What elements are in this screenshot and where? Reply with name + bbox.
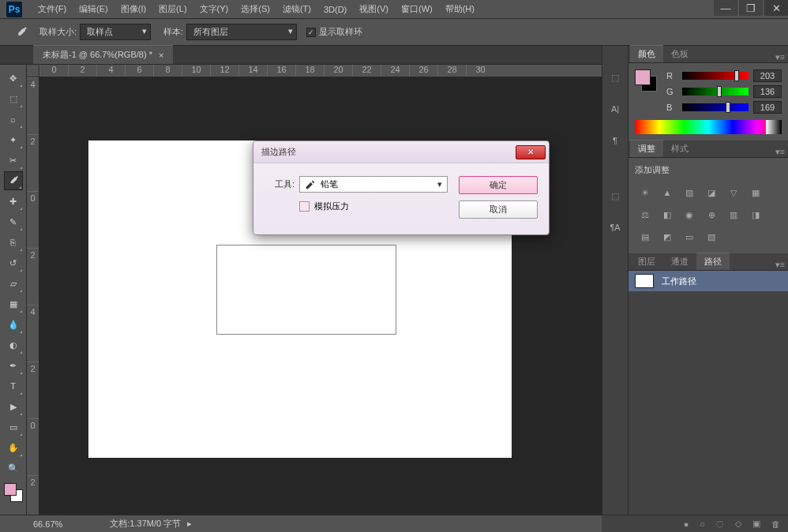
b-value[interactable]: 169 bbox=[753, 101, 782, 114]
simulate-pressure-checkbox[interactable] bbox=[299, 201, 310, 212]
lasso-tool[interactable]: ⌕ bbox=[4, 110, 23, 129]
marquee-tool[interactable]: ⬚ bbox=[4, 89, 23, 108]
window-restore-button[interactable]: ❐ bbox=[739, 0, 763, 16]
posterize-icon[interactable]: ▤ bbox=[638, 230, 652, 244]
menu-image[interactable]: 图像(I) bbox=[114, 3, 152, 15]
move-tool[interactable]: ✥ bbox=[4, 69, 23, 88]
b-slider[interactable] bbox=[682, 103, 749, 111]
make-work-path-icon[interactable]: ◇ bbox=[735, 519, 741, 529]
dialog-cancel-button[interactable]: 取消 bbox=[459, 200, 538, 219]
lookup-icon[interactable]: ▥ bbox=[726, 208, 741, 222]
photo-filter-icon[interactable]: ◉ bbox=[682, 208, 696, 222]
pen-tool[interactable]: ✒ bbox=[4, 356, 23, 375]
tab-color[interactable]: 颜色 bbox=[630, 45, 663, 62]
ruler-horizontal[interactable]: 024681012141618202224262830 bbox=[39, 65, 602, 77]
menu-type[interactable]: 文字(Y) bbox=[193, 3, 235, 15]
ruler-vertical[interactable]: 42024202 bbox=[27, 77, 39, 515]
dialog-titlebar[interactable]: 描边路径 ✕ bbox=[253, 141, 549, 163]
crop-tool[interactable]: ✂ bbox=[4, 151, 23, 170]
dialog-tool-select[interactable]: 铅笔 bbox=[299, 176, 448, 193]
window-minimize-button[interactable]: — bbox=[714, 0, 737, 16]
menu-filter[interactable]: 滤镜(T) bbox=[276, 3, 317, 15]
history-panel-icon[interactable]: ⬚ bbox=[607, 69, 623, 85]
document-tab-close[interactable]: × bbox=[159, 51, 163, 60]
gradient-map-icon[interactable]: ▭ bbox=[682, 230, 696, 244]
curves-icon[interactable]: ▨ bbox=[682, 185, 696, 200]
adjust-panel-menu-icon[interactable]: ▾≡ bbox=[775, 147, 785, 157]
tab-adjustments[interactable]: 调整 bbox=[630, 140, 663, 157]
selective-color-icon[interactable]: ▧ bbox=[704, 230, 719, 244]
color-panel-menu-icon[interactable]: ▾≡ bbox=[775, 52, 785, 62]
path-item[interactable]: 工作路径 bbox=[629, 271, 788, 291]
path-select-tool[interactable]: ▶ bbox=[4, 397, 23, 416]
menu-window[interactable]: 窗口(W) bbox=[395, 3, 439, 15]
status-info-menu-icon[interactable]: ▸ bbox=[187, 519, 192, 529]
show-ring-checkbox[interactable]: ✓ bbox=[306, 28, 316, 37]
bw-icon[interactable]: ◧ bbox=[660, 208, 674, 222]
dodge-tool[interactable]: ◐ bbox=[4, 335, 23, 354]
wand-tool[interactable]: ✦ bbox=[4, 130, 23, 149]
character-panel-icon[interactable]: A| bbox=[607, 101, 623, 117]
brightness-icon[interactable]: ☀ bbox=[638, 185, 652, 200]
menu-file[interactable]: 文件(F) bbox=[32, 3, 73, 15]
tab-swatches[interactable]: 色板 bbox=[663, 46, 696, 62]
tab-paths[interactable]: 路径 bbox=[696, 253, 730, 270]
menu-3d[interactable]: 3D(D) bbox=[317, 5, 353, 14]
g-value[interactable]: 136 bbox=[753, 85, 782, 98]
path-rectangle[interactable] bbox=[216, 245, 396, 335]
channel-mixer-icon[interactable]: ⊕ bbox=[704, 208, 719, 222]
eyedropper-tool[interactable] bbox=[4, 171, 23, 190]
levels-icon[interactable]: ▲ bbox=[660, 185, 674, 200]
exposure-icon[interactable]: ◪ bbox=[704, 185, 719, 200]
color-swatch[interactable] bbox=[635, 69, 657, 92]
tab-layers[interactable]: 图层 bbox=[630, 253, 663, 270]
sample-select[interactable]: 所有图层 bbox=[186, 24, 297, 40]
hand-tool[interactable]: ✋ bbox=[4, 438, 23, 457]
window-close-button[interactable]: ✕ bbox=[764, 0, 788, 16]
color-panel: R203 G136 B169 bbox=[629, 63, 788, 140]
eraser-tool[interactable]: ▱ bbox=[4, 274, 23, 293]
menu-help[interactable]: 帮助(H) bbox=[439, 3, 481, 15]
document-tab[interactable]: 未标题-1 @ 66.7%(RGB/8) * × bbox=[33, 45, 173, 64]
r-slider[interactable] bbox=[682, 72, 749, 80]
new-path-icon[interactable]: ▣ bbox=[752, 519, 760, 529]
hue-icon[interactable]: ▦ bbox=[749, 185, 763, 200]
paragraph-panel-icon[interactable]: ¶ bbox=[607, 133, 623, 148]
stroke-path-dialog: 描边路径 ✕ 工具: 铅笔 模拟压力 确定 取消 bbox=[253, 140, 550, 235]
sample-size-select[interactable]: 取样点 bbox=[80, 24, 151, 40]
tab-channels[interactable]: 通道 bbox=[663, 253, 696, 270]
threshold-icon[interactable]: ◩ bbox=[660, 230, 674, 244]
blur-tool[interactable]: 💧 bbox=[4, 315, 23, 334]
vibrance-icon[interactable]: ▽ bbox=[726, 185, 741, 200]
menu-edit[interactable]: 编辑(E) bbox=[73, 3, 114, 15]
delete-path-icon[interactable]: 🗑 bbox=[771, 519, 780, 529]
fill-path-icon[interactable]: ● bbox=[684, 519, 689, 529]
history-brush-tool[interactable]: ↺ bbox=[4, 253, 23, 272]
path-to-selection-icon[interactable]: ◌ bbox=[716, 519, 724, 529]
r-value[interactable]: 203 bbox=[753, 69, 782, 82]
stroke-path-icon[interactable]: ○ bbox=[700, 519, 705, 529]
invert-icon[interactable]: ◨ bbox=[749, 208, 763, 222]
stamp-tool[interactable]: ⎘ bbox=[4, 233, 23, 252]
character-styles-icon[interactable]: ⬚ bbox=[607, 188, 623, 204]
dialog-close-button[interactable]: ✕ bbox=[516, 145, 546, 159]
menu-layer[interactable]: 图层(L) bbox=[152, 3, 193, 15]
spectrum-picker[interactable] bbox=[635, 120, 782, 134]
type-tool[interactable]: T bbox=[4, 377, 23, 395]
status-zoom[interactable]: 66.67% bbox=[33, 519, 62, 529]
paths-panel-menu-icon[interactable]: ▾≡ bbox=[775, 260, 785, 270]
menu-view[interactable]: 视图(V) bbox=[353, 3, 395, 15]
zoom-tool[interactable]: 🔍 bbox=[4, 459, 23, 478]
g-slider[interactable] bbox=[682, 88, 749, 96]
toolbox: ✥ ⬚ ⌕ ✦ ✂ ✚ ✎ ⎘ ↺ ▱ ▦ 💧 ◐ ✒ T ▶ ▭ ✋ 🔍 bbox=[0, 65, 27, 515]
color-swatch-tool[interactable] bbox=[4, 483, 23, 502]
dialog-ok-button[interactable]: 确定 bbox=[459, 176, 538, 194]
shape-tool[interactable]: ▭ bbox=[4, 418, 23, 436]
menu-select[interactable]: 选择(S) bbox=[235, 3, 276, 15]
paragraph-styles-icon[interactable]: ¶A bbox=[607, 219, 623, 235]
heal-tool[interactable]: ✚ bbox=[4, 192, 23, 211]
brush-tool[interactable]: ✎ bbox=[4, 212, 23, 231]
gradient-tool[interactable]: ▦ bbox=[4, 294, 23, 313]
tab-styles[interactable]: 样式 bbox=[663, 140, 696, 157]
balance-icon[interactable]: ⚖ bbox=[638, 208, 652, 222]
